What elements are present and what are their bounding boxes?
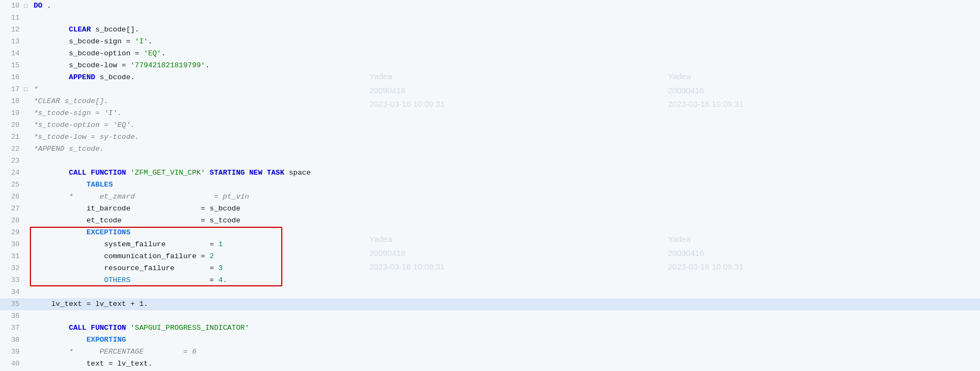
code-line-12: 12 CLEAR s_bcode[]. [0,24,980,36]
token-exc: EXCEPTIONS [86,228,130,236]
code-line-31: 31 communication_failure = 2 [0,251,980,263]
code-line-19: 19 *s_tcode-sign = 'I'. [0,107,980,119]
line-number: 19 [0,107,24,119]
token-kw: CALL FUNCTION [69,324,126,332]
code-text: OTHERS = 4. [33,274,980,286]
fold-icon[interactable] [24,346,33,358]
fold-icon[interactable] [24,24,33,36]
code-text: s_bcode-option = 'EQ'. [33,48,980,60]
line-number: 39 [0,346,24,358]
token-str: 'SAPGUI_PROGRESS_INDICATOR' [130,324,249,332]
line-number: 17 [0,84,24,95]
fold-icon[interactable]: □ [24,84,33,95]
fold-icon[interactable] [24,263,33,274]
code-text: *s_tcode-sign = 'I'. [33,107,980,119]
token-var: s_bcode-sign = [69,37,135,46]
line-number: 33 [0,274,24,286]
line-number: 13 [0,36,24,48]
code-text: *CLEAR s_tcode[]. [33,95,980,107]
fold-icon[interactable] [24,36,33,48]
code-line-24: 24 CALL FUNCTION 'ZFM_GET_VIN_CPK' START… [0,167,980,179]
code-text: * PERCENTAGE = 6 [33,346,980,358]
code-editor: Yadea200904182023-03-16 10:09:31Yadea200… [0,0,980,371]
fold-icon[interactable] [24,107,33,119]
code-line-13: 13 s_bcode-sign = 'I'. [0,36,980,48]
code-line-20: 20 *s_tcode-option = 'EQ'. [0,119,980,131]
fold-icon[interactable] [24,167,33,179]
token-var: et_tcode = s_tcode [86,216,241,225]
fold-icon[interactable] [24,95,33,107]
code-text: TABLES [33,179,980,191]
code-line-21: 21 *s_tcode-low = sy-tcode. [0,131,980,143]
token-var: text = lv_text. [86,360,153,368]
code-text: system_failure = 1 [33,239,980,251]
fold-icon[interactable] [24,274,33,286]
code-text: lv_text = lv_text + 1. [33,298,980,310]
code-line-11: 11 [0,12,980,24]
token-str: 'I' [135,37,148,46]
line-number: 27 [0,203,24,215]
line-number: 26 [0,191,24,203]
fold-icon[interactable] [24,298,33,310]
fold-icon[interactable] [24,310,33,322]
fold-icon[interactable] [24,191,33,203]
fold-icon[interactable]: □ [24,0,33,12]
code-text: CALL FUNCTION 'SAPGUI_PROGRESS_INDICATOR… [33,322,980,334]
code-text: s_bcode-low = '779421821819799'. [33,60,980,72]
fold-icon[interactable] [24,215,33,227]
fold-icon[interactable] [24,131,33,143]
code-text: APPEND s_bcode. [33,72,980,84]
fold-icon[interactable] [24,286,33,298]
token-str: '779421821819799' [130,61,205,69]
token-num: 4. [218,276,227,284]
fold-icon[interactable] [24,12,33,24]
fold-icon[interactable] [24,227,33,239]
code-line-16: 16 APPEND s_bcode. [0,72,980,84]
code-line-33: 33 OTHERS = 4. [0,274,980,286]
fold-icon[interactable] [24,334,33,346]
code-text: DO . [33,0,980,12]
fold-icon[interactable] [24,119,33,131]
line-number: 22 [0,143,24,155]
fold-icon[interactable] [24,322,33,334]
fold-icon[interactable] [24,48,33,60]
code-line-39: 39 * PERCENTAGE = 6 [0,346,980,358]
token-var: it_barcode = s_bcode [86,204,241,213]
fold-icon[interactable] [24,155,33,167]
token-var: s_bcode. [95,73,135,81]
fold-icon[interactable] [24,358,33,370]
fold-icon[interactable] [24,143,33,155]
fold-icon[interactable] [24,60,33,72]
line-number: 29 [0,227,24,239]
code-line-30: 30 system_failure = 1 [0,239,980,251]
line-number: 14 [0,48,24,60]
code-text: it_barcode = s_bcode [33,203,980,215]
fold-icon[interactable] [24,179,33,191]
line-number: 11 [0,12,24,24]
code-text: *s_tcode-low = sy-tcode. [33,131,980,143]
token-var: . [42,2,51,10]
token-comment: *s_tcode-option = 'EQ'. [34,121,135,129]
token-comment: *APPEND s_tcode. [34,145,104,153]
line-number: 10 [0,0,24,12]
fold-icon[interactable] [24,72,33,84]
code-line-23: 23 [0,155,980,167]
line-number: 30 [0,239,24,251]
code-text: communication_failure = 2 [33,251,980,263]
token-var: s_bcode[]. [91,25,139,34]
fold-icon[interactable] [24,203,33,215]
fold-icon[interactable] [24,251,33,263]
code-line-10: 10□DO . [0,0,980,12]
token-num: 1 [218,240,223,248]
token-kw: CLEAR [69,25,91,34]
code-text: * [33,84,980,95]
line-number: 38 [0,334,24,346]
token-comment: * et_zmard = pt_vin [69,193,249,201]
token-var: resource_failure = [104,264,219,272]
token-comment: *s_tcode-low = sy-tcode. [34,133,139,141]
code-line-35: 35 lv_text = lv_text + 1. [0,298,980,310]
line-number: 25 [0,179,24,191]
fold-icon[interactable] [24,239,33,251]
token-var: s_bcode-low = [69,61,130,69]
code-text: CALL FUNCTION 'ZFM_GET_VIN_CPK' STARTING… [33,167,980,179]
